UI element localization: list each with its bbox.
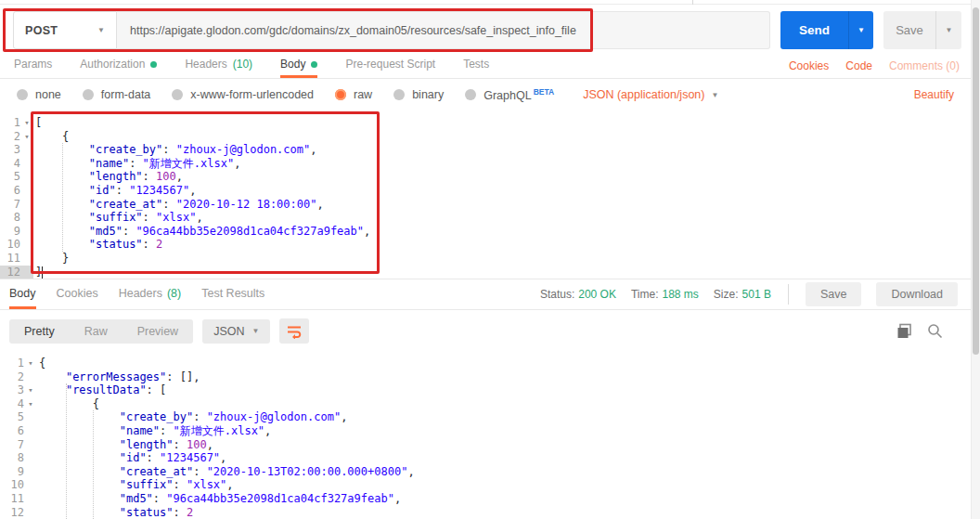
response-format-dropdown[interactable]: JSON ▼	[202, 319, 270, 344]
page-scrollbar[interactable]	[971, 0, 980, 519]
code-text: "name": "新增文件.xlsx",	[33, 157, 240, 171]
token: "md5"	[120, 492, 153, 505]
response-view-switch: PrettyRawPreview	[9, 319, 193, 344]
tab-pre-request-script[interactable]: Pre-request Script	[345, 53, 435, 78]
save-options-caret[interactable]: ▼	[935, 11, 961, 49]
time-pair: Time:188 ms	[631, 288, 699, 301]
comments-0-link[interactable]: Comments (0)	[889, 59, 960, 72]
line-gutter: 6	[0, 184, 33, 198]
fold-caret-icon	[24, 492, 37, 506]
fold-caret-icon	[20, 238, 33, 252]
view-raw[interactable]: Raw	[70, 319, 122, 344]
token	[39, 506, 120, 519]
chevron-down-icon: ▼	[946, 26, 953, 34]
token: :	[122, 225, 135, 238]
line-number: 7	[0, 198, 20, 212]
line-gutter: 11	[0, 492, 37, 506]
code-text: "status": 2	[33, 238, 162, 252]
fold-caret-icon[interactable]: ▾	[24, 383, 37, 397]
token	[39, 410, 120, 423]
token: "2020-10-13T02:00:00.000+0800"	[207, 465, 408, 478]
download-response-button[interactable]: Download	[876, 282, 958, 306]
token	[39, 383, 66, 396]
view-pretty[interactable]: Pretty	[9, 319, 70, 344]
method-dropdown[interactable]: POST ▼	[13, 11, 117, 49]
response-meta: Status:200 OK Time:188 ms Size:501 B Sav…	[540, 279, 958, 309]
request-body-editor[interactable]: 1▾[2▾ {3 "create_by": "zhoux-j@glodon.co…	[0, 110, 971, 279]
token: "create_by"	[120, 410, 193, 423]
wrap-lines-button[interactable]	[279, 318, 309, 344]
token: ,	[196, 211, 202, 224]
token: "96ca44bb35e2098d1ca04cf327a9feab"	[135, 225, 364, 238]
token: "status"	[89, 238, 143, 251]
tab-headers[interactable]: Headers(10)	[185, 53, 252, 78]
line-gutter: 2	[0, 370, 37, 384]
response-tool-icons	[896, 323, 943, 339]
content-type-dropdown[interactable]: JSON (application/json) ▼	[583, 88, 718, 101]
line-gutter: 8	[0, 211, 33, 225]
code-line: 12]	[0, 266, 971, 279]
body-mode-graphql[interactable]: GraphQLBETA	[465, 87, 554, 102]
cookies-link[interactable]: Cookies	[789, 59, 829, 72]
token: :	[160, 424, 173, 437]
body-mode-none[interactable]: none	[17, 88, 61, 101]
code-text: "md5": "96ca44bb35e2098d1ca04cf327a9feab…	[33, 225, 370, 239]
token: ,	[226, 478, 233, 491]
fold-caret-icon[interactable]: ▾	[20, 116, 33, 130]
fold-caret-icon[interactable]: ▾	[24, 357, 37, 370]
code-link[interactable]: Code	[845, 59, 872, 72]
response-tab-headers[interactable]: Headers(8)	[119, 279, 182, 309]
url-input[interactable]: https://apigate.glodon.com/gdc/domains/z…	[117, 11, 770, 49]
body-mode-form-data[interactable]: form-data	[83, 88, 151, 101]
token: :	[166, 370, 179, 383]
code-text: "resultData": [	[37, 383, 166, 397]
body-mode-raw[interactable]: raw	[335, 88, 372, 101]
code-line: 8 "suffix": "xlsx",	[0, 211, 971, 225]
body-mode-binary[interactable]: binary	[393, 88, 444, 101]
top-divider-tick	[692, 0, 693, 5]
token: ,	[207, 438, 213, 451]
tab-label: Tests	[463, 58, 489, 71]
token: ,	[189, 184, 196, 197]
token: "suffix"	[120, 478, 174, 491]
fold-caret-icon[interactable]: ▾	[24, 397, 37, 411]
copy-response-button[interactable]	[896, 323, 912, 339]
tab-params[interactable]: Params	[14, 53, 52, 78]
code-line: 11 }	[0, 252, 971, 266]
view-preview[interactable]: Preview	[122, 319, 193, 344]
send-button[interactable]: Send ▼	[780, 11, 873, 49]
url-builder-row: POST ▼ https://apigate.glodon.com/gdc/do…	[13, 11, 963, 49]
request-tabs-row: ParamsAuthorizationHeaders(10)BodyPre-re…	[0, 53, 971, 79]
send-options-caret[interactable]: ▼	[848, 11, 873, 49]
body-mode-x-www-form-urlencoded[interactable]: x-www-form-urlencoded	[172, 88, 314, 101]
code-text: "length": 100,	[33, 170, 183, 184]
tab-tests[interactable]: Tests	[463, 53, 489, 78]
response-body-editor[interactable]: 1▾{2 "errorMessages": [],3▾ "resultData"…	[0, 351, 971, 519]
token: ,	[394, 492, 401, 505]
response-toolbar: PrettyRawPreview JSON ▼	[0, 311, 971, 351]
token: [	[160, 383, 166, 396]
response-tab-body[interactable]: Body	[9, 279, 36, 309]
code-line: 3▾ "resultData": [	[0, 383, 971, 397]
token: :	[174, 506, 187, 519]
code-line: 1▾[	[0, 116, 971, 130]
save-response-button[interactable]: Save	[806, 282, 862, 306]
line-gutter: 5	[0, 410, 37, 424]
tab-body[interactable]: Body	[280, 53, 317, 78]
beautify-link[interactable]: Beautify	[914, 88, 954, 101]
token: :	[147, 451, 160, 464]
search-response-button[interactable]	[927, 323, 943, 339]
response-tab-test-results[interactable]: Test Results	[201, 279, 264, 309]
token: ,	[234, 157, 240, 170]
token: 2	[156, 238, 162, 251]
token: ,	[407, 465, 414, 478]
fold-caret-icon[interactable]: ▾	[20, 130, 33, 144]
token: "name"	[120, 424, 160, 437]
response-tab-cookies[interactable]: Cookies	[57, 279, 98, 309]
method-label: POST	[25, 24, 58, 37]
tab-authorization[interactable]: Authorization	[80, 53, 157, 78]
scrollbar-thumb[interactable]	[973, 7, 979, 355]
code-line: 3 "create_by": "zhoux-j@glodon.com",	[0, 143, 971, 157]
token	[35, 252, 62, 265]
save-request-button[interactable]: Save ▼	[883, 11, 961, 49]
